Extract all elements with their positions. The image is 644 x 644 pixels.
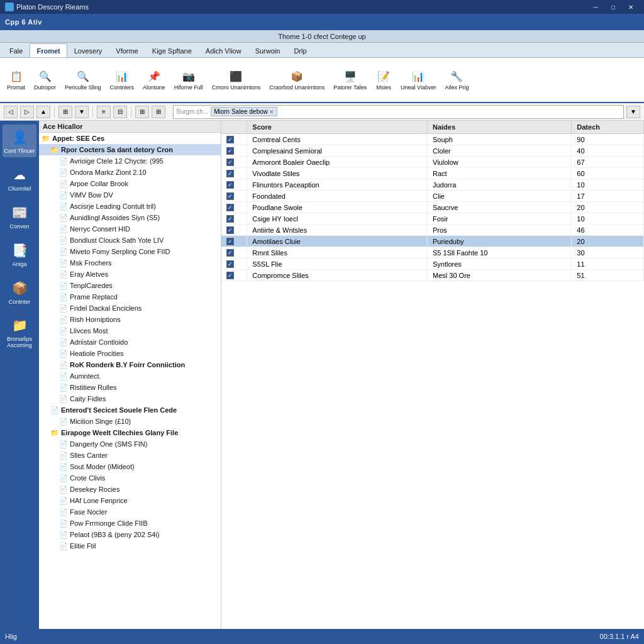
toolbar-btn-8[interactable]: ⊞: [135, 106, 149, 118]
search-tag-close-icon[interactable]: ✕: [269, 109, 274, 115]
tree-item[interactable]: 📄Arpoe Collar Brook: [39, 178, 221, 189]
cell-checkbox[interactable]: ✓: [221, 213, 247, 225]
tree-item[interactable]: 📄TenplCaredes: [39, 280, 221, 291]
table-row[interactable]: ✓Compromce SlilesMesl 30 Ore51: [221, 270, 644, 281]
table-row[interactable]: ✓Csige HY IoeclFosir10: [221, 213, 644, 225]
ribbon-btn-patorer-tales[interactable]: 🖥️Patorer Tales: [330, 67, 370, 93]
checkbox-icon[interactable]: ✓: [226, 215, 234, 223]
tree-item[interactable]: 📄Dangerty One (SMS FIN): [39, 438, 221, 450]
search-tag[interactable]: Miorn Salee debow ✕: [211, 107, 277, 116]
tree-item[interactable]: 📄Msk Frochers: [39, 257, 221, 269]
cell-checkbox[interactable]: ✓: [221, 134, 247, 145]
col-naides[interactable]: Naides: [428, 121, 572, 134]
tree-item[interactable]: 📄Aunidlingl Assoides Siyn (S5): [39, 212, 221, 223]
ribbon-btn-uneal-viabver[interactable]: 📊Uneal Viabver: [397, 67, 439, 93]
tree-item[interactable]: 📄ViMV Bow DV: [39, 189, 221, 201]
ribbon-tab-kige-spftane[interactable]: Kige Spftane: [145, 43, 199, 57]
table-row[interactable]: ✓FoondatedClie17: [221, 191, 644, 202]
tree-item[interactable]: 📁Eirapoge Weelt Cllechies Glany File: [39, 427, 221, 438]
table-row[interactable]: ✓Vivodlate StilesRact60: [221, 168, 644, 179]
ribbon-btn-dutropor[interactable]: 🔍Dutropor: [31, 67, 59, 93]
table-row[interactable]: ✓Comtreal CentsSouph90: [221, 134, 644, 145]
tree-item[interactable]: 📄Nerryc Consert HID: [39, 223, 221, 235]
tree-item[interactable]: 📄Slles Canter: [39, 450, 221, 461]
cell-checkbox[interactable]: ✓: [221, 145, 247, 157]
checkbox-icon[interactable]: ✓: [226, 260, 234, 268]
toolbar-btn-1[interactable]: ◁: [4, 106, 18, 118]
table-row[interactable]: ✓S5SL FlieSyntlores11: [221, 258, 644, 270]
sidebar-item-4[interactable]: 📦Contnter: [3, 275, 36, 308]
tree-item[interactable]: 📄Elitie Ftil: [39, 540, 221, 552]
maximize-button[interactable]: □: [605, 1, 621, 13]
ribbon-tab-vforme[interactable]: Vforme: [109, 43, 145, 57]
table-row[interactable]: ✓Flinuntors PaceaptionJudorra10: [221, 179, 644, 191]
tree-item[interactable]: 📄Rish Horniptions: [39, 314, 221, 325]
cell-checkbox[interactable]: ✓: [221, 258, 247, 270]
ribbon-btn-cmoro-unanimtons[interactable]: ⬛Cmoro Unanimtons: [209, 67, 264, 93]
tree-item[interactable]: 📄Bondlust Clouck Sath Yote LIV: [39, 235, 221, 246]
toolbar-btn-9[interactable]: ⊞: [152, 106, 165, 118]
col-score[interactable]: Score: [247, 121, 428, 134]
table-row[interactable]: ✓Armoront Boaleir OaeclipViulolow67: [221, 157, 644, 168]
cell-checkbox[interactable]: ✓: [221, 202, 247, 213]
sidebar-item-5[interactable]: 📁Brorselips Ascoming: [3, 313, 36, 352]
tree-item[interactable]: 📄Prame Replacd: [39, 291, 221, 303]
toolbar-btn-4[interactable]: ⊞: [58, 106, 72, 118]
cell-checkbox[interactable]: ✓: [221, 247, 247, 258]
tree-item[interactable]: 📄Ascisrje Leading Contult tril): [39, 201, 221, 212]
ribbon-btn-alontune[interactable]: 📌Alontune: [140, 67, 169, 93]
toolbar-btn-6[interactable]: ≡: [97, 106, 111, 118]
cell-checkbox[interactable]: ✓: [221, 157, 247, 168]
toolbar-btn-3[interactable]: ▲: [36, 106, 50, 118]
tree-item[interactable]: 📄Adriistair Contloido: [39, 336, 221, 348]
tree-item[interactable]: 📄Caity Fidles: [39, 393, 221, 404]
tree-item[interactable]: 📄Pelaot (9B3 & (peny 202 S4i): [39, 529, 221, 540]
cell-checkbox[interactable]: ✓: [221, 179, 247, 191]
tree-item[interactable]: 📄Fridel Dackal Enciclens: [39, 303, 221, 314]
table-row[interactable]: ✓Poudlane SwoleSaucrve20: [221, 202, 644, 213]
tree-item[interactable]: 📄Fase Nocler: [39, 506, 221, 518]
checkbox-icon[interactable]: ✓: [226, 170, 234, 177]
tree-item[interactable]: 📄Aumntect.: [39, 370, 221, 382]
tree-item[interactable]: 📁Rpor Cocters Sa dant detory Cron: [39, 144, 221, 155]
ribbon-btn-promat[interactable]: 📋Promat: [4, 67, 28, 93]
table-row[interactable]: ✓Antiirte & WntslesPros46: [221, 225, 644, 236]
table-row[interactable]: ✓Rmnt SlilesS5 1Sll Faohte 1030: [221, 247, 644, 258]
checkbox-icon[interactable]: ✓: [226, 272, 234, 279]
ribbon-tab-fale[interactable]: Fale: [3, 43, 30, 57]
cell-checkbox[interactable]: ✓: [221, 236, 247, 247]
col-checkbox[interactable]: [221, 121, 247, 134]
ribbon-btn-periculte-sling[interactable]: 🔍Periculte Sling: [62, 67, 104, 93]
checkbox-icon[interactable]: ✓: [226, 192, 234, 200]
tree-item[interactable]: 📄Llivces Most: [39, 325, 221, 336]
close-button[interactable]: ✕: [623, 1, 639, 13]
ribbon-btn-msies[interactable]: 📝Msies: [372, 67, 395, 93]
checkbox-icon[interactable]: ✓: [226, 158, 234, 166]
table-row[interactable]: ✓Complesaind SemioralCloler40: [221, 145, 644, 157]
checkbox-icon[interactable]: ✓: [226, 226, 234, 234]
tree-item[interactable]: 📄Heatiole Procities: [39, 348, 221, 359]
cell-checkbox[interactable]: ✓: [221, 225, 247, 236]
toolbar-btn-5[interactable]: ▼: [75, 106, 89, 118]
sidebar-item-0[interactable]: 👤Cont Tlinuer: [3, 125, 36, 157]
ribbon-btn-ailex-prig[interactable]: 🔧Ailex Prig: [441, 67, 472, 93]
ribbon-btn-hiforne-full[interactable]: 📷Hiforne Full: [171, 67, 206, 93]
checkbox-icon[interactable]: ✓: [226, 147, 234, 155]
cell-checkbox[interactable]: ✓: [221, 270, 247, 281]
search-dropdown-button[interactable]: ▼: [626, 106, 640, 118]
minimize-button[interactable]: ─: [587, 1, 604, 13]
sidebar-item-2[interactable]: 📰Conven: [3, 200, 36, 233]
ribbon-tab-drlp[interactable]: Drlp: [287, 43, 313, 57]
sidebar-item-3[interactable]: 📑Aniga: [3, 238, 36, 270]
checkbox-icon[interactable]: ✓: [226, 204, 234, 211]
tree-item[interactable]: 📄Enterod't Secicet Souele Flen Cede: [39, 404, 221, 416]
ribbon-tab-surwoin[interactable]: Surwoin: [248, 43, 287, 57]
tree-item[interactable]: 📄HAf Lone Fenprice: [39, 495, 221, 506]
cell-checkbox[interactable]: ✓: [221, 168, 247, 179]
checkbox-icon[interactable]: ✓: [226, 249, 234, 257]
ribbon-tab-adich-vliow[interactable]: Adich Vliow: [199, 43, 248, 57]
ribbon-btn-contniers[interactable]: 📊Contniers: [107, 67, 138, 93]
toolbar-btn-7[interactable]: ⊟: [113, 106, 127, 118]
tree-item[interactable]: 📄Sout Moder (iMideot): [39, 461, 221, 472]
toolbar-btn-2[interactable]: ▷: [20, 106, 34, 118]
